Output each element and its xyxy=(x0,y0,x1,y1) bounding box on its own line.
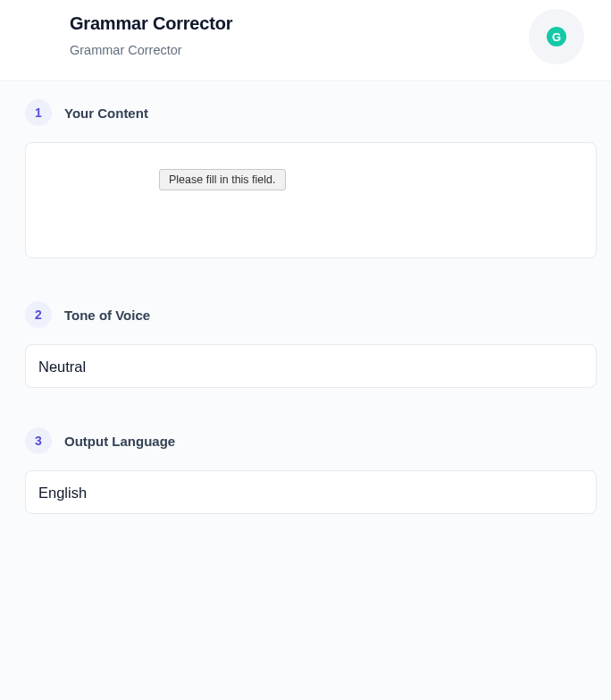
content-input[interactable] xyxy=(25,142,597,258)
page-subtitle: Grammar Corrector xyxy=(70,43,232,57)
step-label-language: Output Language xyxy=(64,434,175,449)
step-language-header: 3 Output Language xyxy=(25,427,597,454)
step-number-2: 2 xyxy=(25,301,52,328)
main-content: 1 Your Content Please fill in this field… xyxy=(0,81,611,700)
validation-tooltip: Please fill in this field. xyxy=(159,169,286,190)
header: Grammar Corrector Grammar Corrector G xyxy=(0,0,611,81)
language-select[interactable]: English xyxy=(25,470,597,514)
step-label-tone: Tone of Voice xyxy=(64,308,150,323)
step-label-content: Your Content xyxy=(64,105,148,121)
page-title: Grammar Corrector xyxy=(70,13,232,34)
tone-select[interactable]: Neutral xyxy=(25,344,597,388)
content-textarea-wrap: Please fill in this field. xyxy=(25,142,597,262)
step-content-header: 1 Your Content xyxy=(25,99,597,126)
grammarly-icon: G xyxy=(547,27,566,46)
header-left: Grammar Corrector Grammar Corrector xyxy=(70,13,232,57)
grammarly-badge[interactable]: G xyxy=(529,9,584,64)
step-number-3: 3 xyxy=(25,427,52,454)
step-number-1: 1 xyxy=(25,99,52,126)
step-tone-header: 2 Tone of Voice xyxy=(25,301,597,328)
